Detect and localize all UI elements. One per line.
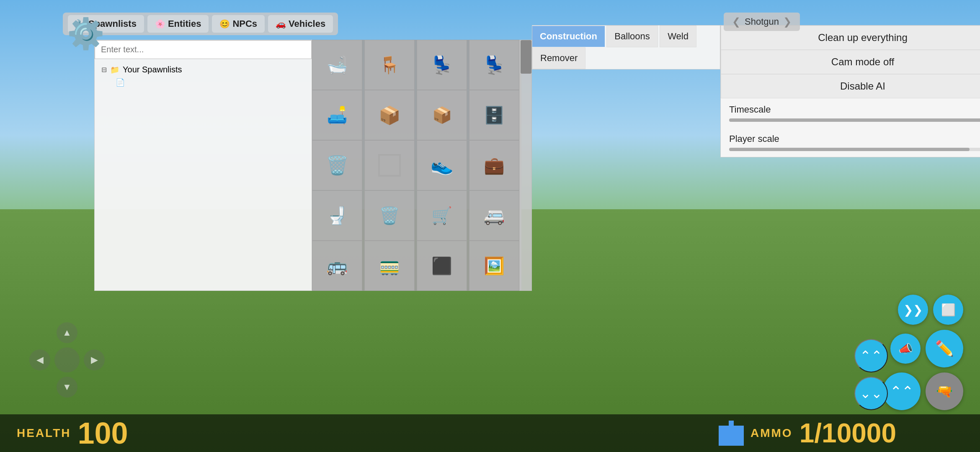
entity-dark-object2[interactable]: ⬛ [417, 241, 467, 291]
entity-dark-obj[interactable]: 👟 [417, 140, 467, 190]
melee-button[interactable]: ✏️ [926, 330, 963, 367]
entity-crate-large[interactable]: 📦 [364, 90, 415, 140]
ammo-value: 1/10000 [799, 420, 896, 447]
document-icon: 📄 [116, 78, 125, 87]
vehicles-label: Vehicles [289, 18, 325, 29]
prev-weapon-arrow[interactable]: ❮ [732, 16, 740, 28]
ui-container: ⚙️ 🔧 Spawnlists 🌸 Entities 😊 NPCs 🚗 Vehi… [0, 0, 980, 452]
entity-crate-medium[interactable]: 📦 [417, 90, 467, 140]
search-input[interactable] [95, 40, 312, 59]
next-weapon-arrow[interactable]: ❯ [783, 16, 792, 28]
entity-small-vehicle[interactable]: 🚐 [469, 190, 519, 241]
entity-bus-small[interactable]: 🚌 [312, 241, 362, 291]
timescale-slider-container [729, 118, 980, 122]
action-row-middle: 📣 ✏️ [890, 330, 963, 367]
disable-ai-button[interactable]: Disable AI [721, 74, 980, 98]
vehicles-icon: 🚗 [276, 19, 286, 29]
settings-icon: ⚙️ [65, 13, 107, 54]
dpad-right[interactable]: ▶ [84, 349, 105, 370]
ammo-section: AMMO 1/10000 [719, 420, 896, 447]
jump-buttons: ⌃⌃ ⌄⌄ [854, 339, 888, 410]
entities-icon: 🌸 [155, 19, 165, 29]
jump-up-btn[interactable]: ⌃⌃ [854, 339, 888, 372]
tab-balloons[interactable]: Balloons [606, 26, 658, 47]
health-label: HEALTH [17, 426, 71, 440]
utility-panel: Clean up everything Cam mode off Disable… [720, 25, 980, 157]
jump-down-btn[interactable]: ⌄⌄ [854, 377, 888, 410]
entity-cabinet[interactable]: 🗄️ [469, 90, 519, 140]
timescale-fill [729, 118, 980, 122]
folder-icon: 📁 [110, 65, 119, 74]
npcs-icon: 😊 [219, 19, 230, 29]
bottom-hud: HEALTH 100 AMMO 1/10000 [0, 414, 980, 452]
entity-grid: 🛁 🪑 💺 💺 🛋️ 📦 📦 🗄️ 🗑️ 👟 💼 🚽 🗑️ 🛒 🚐 🚌 🚃 ⬛ … [312, 40, 521, 291]
chevron-down-button[interactable]: ❯❯ [898, 295, 928, 325]
entity-toilet[interactable]: 🚽 [312, 190, 362, 241]
timescale-label: Timescale [729, 104, 980, 115]
spawnlist-tree: ⊟ 📁 Your Spawnlists 📄 [95, 59, 312, 290]
health-value: 100 [77, 418, 128, 448]
timescale-section: Timescale [721, 98, 980, 128]
player-scale-fill [729, 148, 970, 151]
cam-mode-button[interactable]: Cam mode off [721, 50, 980, 74]
entity-sofa[interactable]: 🛋️ [312, 90, 362, 140]
dpad-center [54, 347, 80, 372]
player-scale-label: Player scale [729, 134, 980, 144]
expand-icon: ⊟ [101, 66, 107, 74]
weapon-name: Shotgun [745, 16, 779, 27]
dpad-down[interactable]: ▼ [57, 377, 77, 398]
tab-weld[interactable]: Weld [660, 26, 696, 47]
player-scale-track[interactable] [729, 148, 980, 151]
entity-frame-picture[interactable]: 🖼️ [469, 241, 519, 291]
gun-button[interactable]: 🔫 [926, 372, 963, 410]
entity-wooden-chair[interactable]: 🪑 [364, 40, 415, 90]
scrollbar[interactable] [519, 40, 532, 291]
tab-vehicles[interactable]: 🚗 Vehicles [268, 15, 333, 33]
tab-construction[interactable]: Construction [532, 26, 605, 47]
dpad: ▲ ▼ ◀ ▶ [25, 318, 109, 402]
entity-bathtub[interactable]: 🛁 [312, 40, 362, 90]
player-scale-section: Player scale [721, 128, 980, 157]
entity-cart[interactable]: 🛒 [417, 190, 467, 241]
scroll-thumb[interactable] [521, 40, 531, 74]
frame-svg [377, 153, 402, 178]
tree-item-spawnlists[interactable]: ⊟ 📁 Your Spawnlists [99, 63, 307, 76]
tab-entities[interactable]: 🌸 Entities [147, 15, 209, 33]
dpad-left[interactable]: ◀ [29, 349, 50, 370]
jump-up-button[interactable]: ⌃⌃ [883, 372, 921, 410]
action-buttons: ❯❯ ⬜ 📣 ✏️ ⌃⌃ 🔫 [883, 295, 963, 410]
left-panel: ⊟ 📁 Your Spawnlists 📄 [94, 40, 312, 291]
entity-suitcase[interactable]: 💼 [469, 140, 519, 190]
player-scale-slider-container [729, 148, 980, 151]
tab-npcs[interactable]: 😊 NPCs [212, 15, 265, 33]
spawnlists-root-label: Your Spawnlists [123, 65, 182, 74]
svg-rect-0 [379, 155, 400, 176]
ammo-icon [719, 421, 744, 446]
right-panel: Construction Balloons Weld Remover [532, 25, 720, 69]
action-row-top: ❯❯ ⬜ [898, 295, 963, 325]
ammo-label: AMMO [750, 426, 793, 440]
timescale-track[interactable] [729, 118, 980, 122]
npcs-label: NPCs [232, 18, 257, 29]
tree-sub-item-doc[interactable]: 📄 [99, 76, 307, 89]
health-section: HEALTH 100 [17, 418, 128, 448]
entity-office-chair-orange[interactable]: 💺 [417, 40, 467, 90]
dpad-up[interactable]: ▲ [57, 322, 77, 343]
square-button[interactable]: ⬜ [933, 295, 963, 325]
entity-office-chair-black[interactable]: 💺 [469, 40, 519, 90]
entity-dumpster[interactable]: 🗑️ [312, 140, 362, 190]
entities-label: Entities [168, 18, 201, 29]
entity-train-car[interactable]: 🚃 [364, 241, 415, 291]
tab-remover[interactable]: Remover [532, 47, 585, 69]
action-row-bottom: ⌃⌃ 🔫 [883, 372, 963, 410]
entity-frame[interactable] [364, 140, 415, 190]
entity-trash-can[interactable]: 🗑️ [364, 190, 415, 241]
shotgun-indicator: ❮ Shotgun ❯ [724, 13, 800, 31]
megaphone-button[interactable]: 📣 [890, 334, 921, 364]
